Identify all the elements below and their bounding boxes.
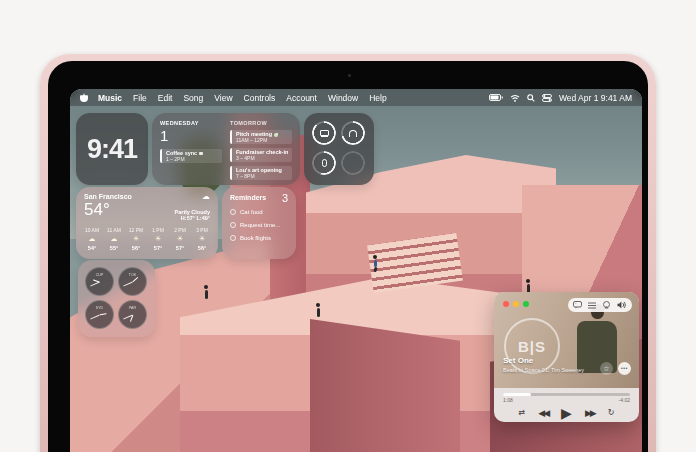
menu-item-view[interactable]: View bbox=[214, 93, 232, 103]
people-icon bbox=[199, 152, 203, 155]
empty-battery-ring bbox=[341, 151, 365, 175]
progress-bar[interactable] bbox=[503, 393, 630, 396]
weather-high-low: H:57° L:49° bbox=[175, 215, 210, 221]
event-time: 3 – 4PM bbox=[236, 155, 292, 161]
reminder-item[interactable]: Cat food bbox=[230, 209, 288, 215]
previous-button[interactable]: ◀◀ bbox=[538, 408, 548, 418]
calendar-tomorrow-label: TOMORROW bbox=[230, 120, 292, 126]
analog-clock-cupertino: CUP bbox=[85, 267, 114, 296]
clock-city-label: TOK bbox=[120, 272, 144, 277]
wallpaper-shadow-wall bbox=[310, 319, 460, 452]
minimize-button[interactable] bbox=[513, 301, 519, 307]
hour-temp: 57° bbox=[172, 245, 188, 251]
hour-label: 11 AM bbox=[106, 227, 122, 233]
menu-item-file[interactable]: File bbox=[133, 93, 147, 103]
checkbox-circle-icon[interactable] bbox=[230, 222, 236, 228]
calendar-event[interactable]: Coffee sync 1 – 2PM bbox=[160, 149, 222, 163]
reminder-label: Cat food bbox=[240, 209, 263, 215]
weather-city: San Francisco bbox=[84, 193, 132, 200]
volume-icon[interactable] bbox=[617, 301, 627, 309]
control-center-icon[interactable] bbox=[542, 94, 552, 102]
calendar-day-name: WEDNESDAY bbox=[160, 120, 222, 126]
sun-icon: ☀ bbox=[172, 235, 188, 243]
apple-logo-icon[interactable] bbox=[80, 93, 88, 102]
more-button[interactable]: ••• bbox=[618, 362, 631, 375]
favorite-star-button[interactable]: ☆ bbox=[600, 362, 613, 375]
menu-item-edit[interactable]: Edit bbox=[158, 93, 173, 103]
hour-label: 1 PM bbox=[150, 227, 166, 233]
menu-bar-clock[interactable]: Wed Apr 1 9:41 AM bbox=[559, 93, 632, 103]
hour-temp: 57° bbox=[150, 245, 166, 251]
partly-cloudy-icon: ☁ bbox=[175, 193, 210, 201]
widget-batteries[interactable] bbox=[304, 113, 374, 185]
calendar-event[interactable]: Lou's art opening 7 – 8PM bbox=[230, 166, 292, 180]
music-player-window[interactable]: B|S “ Set One Beats In Space 01: Tim Swe… bbox=[494, 292, 639, 422]
wifi-icon[interactable] bbox=[510, 94, 520, 102]
play-button[interactable]: ▶ bbox=[561, 405, 572, 421]
mouse-icon bbox=[322, 159, 327, 167]
reminders-count: 3 bbox=[282, 194, 288, 202]
sun-icon: ☀ bbox=[194, 235, 210, 243]
track-title: Set One bbox=[503, 356, 533, 365]
clock-time: 9:41 bbox=[76, 113, 148, 185]
sun-icon: ☀ bbox=[150, 235, 166, 243]
svg-text:“: “ bbox=[575, 302, 577, 307]
checkbox-circle-icon[interactable] bbox=[230, 209, 236, 215]
laptop-icon bbox=[320, 130, 329, 136]
hour-label: 12 PM bbox=[128, 227, 144, 233]
album-logo: B|S bbox=[504, 318, 560, 374]
device-bezel: Music File Edit Song View Controls Accou… bbox=[48, 61, 648, 452]
hour-temp: 56° bbox=[194, 245, 210, 251]
airplay-icon[interactable] bbox=[602, 301, 611, 309]
headphones-icon bbox=[349, 130, 357, 137]
hour-temp: 54° bbox=[84, 245, 100, 251]
cloud-icon: ☁ bbox=[84, 235, 100, 243]
sun-icon: ☀ bbox=[128, 235, 144, 243]
repeat-button[interactable]: ↻ bbox=[608, 408, 615, 417]
widget-reminders[interactable]: Reminders 3 Cat food Request time... Boo… bbox=[222, 187, 296, 259]
weather-temperature: 54° bbox=[84, 200, 132, 220]
menu-item-window[interactable]: Window bbox=[328, 93, 358, 103]
checkbox-circle-icon[interactable] bbox=[230, 235, 236, 241]
zoom-button[interactable] bbox=[523, 301, 529, 307]
album-art-person bbox=[569, 304, 625, 388]
widget-world-clock[interactable]: CUP TOK SYD PAR bbox=[78, 260, 155, 337]
widget-clock[interactable]: 9:41 bbox=[76, 113, 148, 185]
reminder-label: Book flights bbox=[240, 235, 271, 241]
clock-city-label: CUP bbox=[87, 272, 111, 277]
search-icon[interactable] bbox=[527, 94, 535, 102]
menu-item-help[interactable]: Help bbox=[369, 93, 386, 103]
next-button[interactable]: ▶▶ bbox=[585, 408, 595, 418]
menu-item-song[interactable]: Song bbox=[183, 93, 203, 103]
lyrics-icon[interactable]: “ bbox=[573, 301, 582, 309]
widget-weather[interactable]: San Francisco 54° ☁ Partly Cloudy H:57° … bbox=[76, 187, 218, 259]
battery-icon[interactable] bbox=[489, 94, 503, 101]
analog-clock-sydney: SYD bbox=[85, 300, 114, 329]
cloud-icon: ☁ bbox=[106, 235, 122, 243]
calendar-event[interactable]: Fundraiser check-in 3 – 4PM bbox=[230, 148, 292, 162]
calendar-event[interactable]: Pitch meeting 11AM – 12PM bbox=[230, 130, 292, 144]
hour-temp: 55° bbox=[106, 245, 122, 251]
widget-calendar[interactable]: WEDNESDAY 1 Coffee sync 1 – 2PM TOMORROW… bbox=[152, 113, 300, 185]
reminder-item[interactable]: Request time... bbox=[230, 222, 288, 228]
close-button[interactable] bbox=[503, 301, 509, 307]
leaf-icon bbox=[274, 133, 278, 137]
front-camera bbox=[348, 74, 351, 77]
analog-clock-tokyo: TOK bbox=[118, 267, 147, 296]
menu-item-account[interactable]: Account bbox=[286, 93, 317, 103]
event-time: 7 – 8PM bbox=[236, 173, 292, 179]
person-figure-jumping bbox=[373, 255, 377, 272]
ipad-device: Music File Edit Song View Controls Accou… bbox=[40, 54, 656, 452]
person-figure bbox=[316, 303, 320, 317]
menu-bar: Music File Edit Song View Controls Accou… bbox=[70, 89, 642, 106]
queue-icon[interactable] bbox=[588, 302, 596, 309]
shuffle-button[interactable]: ⇄ bbox=[519, 408, 526, 417]
track-subtitle: Beats In Space 01: Tim Sweeney bbox=[503, 367, 603, 373]
calendar-day-number: 1 bbox=[160, 127, 222, 144]
menu-item-controls[interactable]: Controls bbox=[244, 93, 276, 103]
reminder-label: Request time... bbox=[240, 222, 280, 228]
reminder-item[interactable]: Book flights bbox=[230, 235, 288, 241]
menu-item-music[interactable]: Music bbox=[98, 93, 122, 103]
person-figure bbox=[526, 279, 530, 293]
screen: Music File Edit Song View Controls Accou… bbox=[70, 89, 642, 452]
